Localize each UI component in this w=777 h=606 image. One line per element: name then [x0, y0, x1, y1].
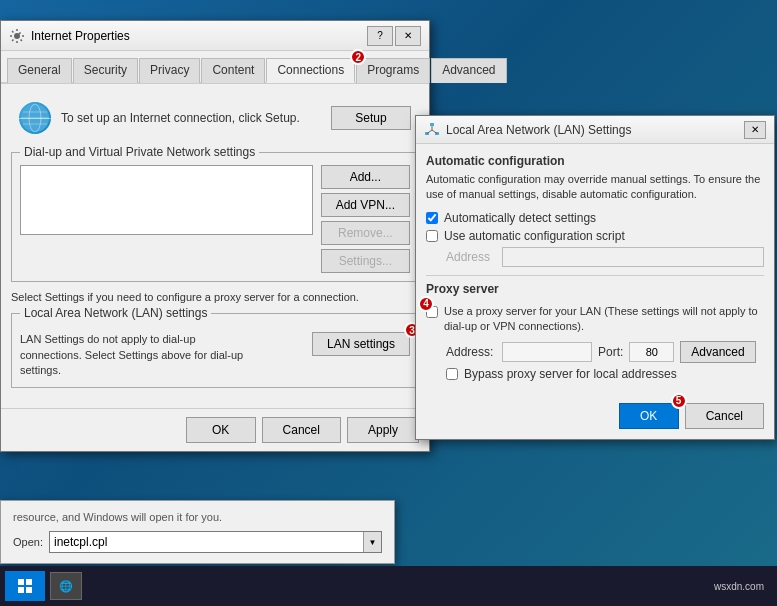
bypass-label: Bypass proxy server for local addresses [464, 367, 677, 381]
svg-rect-6 [430, 123, 434, 126]
svg-line-11 [432, 130, 437, 134]
port-label: Port: [598, 345, 623, 359]
advanced-button[interactable]: Advanced [680, 341, 755, 363]
vpn-buttons: Add... Add VPN... Remove... Settings... [321, 165, 410, 273]
run-dropdown-button[interactable]: ▼ [363, 532, 381, 552]
bypass-checkbox[interactable] [446, 368, 458, 380]
bypass-row: Bypass proxy server for local addresses [426, 367, 764, 381]
setup-section: To set up an Internet connection, click … [11, 94, 419, 142]
svg-line-10 [427, 130, 432, 134]
close-button[interactable]: ✕ [395, 26, 421, 46]
run-dialog: resource, and Windows will open it for y… [0, 500, 395, 564]
auto-script-checkbox[interactable] [426, 230, 438, 242]
lan-settings-dialog: Local Area Network (LAN) Settings ✕ Auto… [415, 115, 775, 440]
auto-detect-label: Automatically detect settings [444, 211, 596, 225]
tab-privacy[interactable]: Privacy [139, 58, 200, 83]
settings-button[interactable]: Settings... [321, 249, 410, 273]
inet-cancel-button[interactable]: Cancel [262, 417, 341, 443]
run-input-container: ▼ [49, 531, 382, 553]
lan-title: Local Area Network (LAN) Settings [424, 122, 631, 138]
tab-security[interactable]: Security [73, 58, 138, 83]
internet-properties-window: Internet Properties ? ✕ General Security… [0, 20, 430, 452]
tab-connections[interactable]: Connections 2 [266, 58, 355, 83]
svg-rect-15 [26, 587, 32, 593]
vpn-list[interactable] [20, 165, 313, 235]
run-resource-text: resource, and Windows will open it for y… [13, 511, 382, 523]
proxy-heading: Proxy server [426, 282, 499, 296]
address-input[interactable] [502, 247, 764, 267]
connection-icon [19, 102, 51, 134]
lan-titlebar: Local Area Network (LAN) Settings ✕ [416, 116, 774, 144]
inet-ok-button[interactable]: OK [186, 417, 256, 443]
lan-cancel-button[interactable]: Cancel [685, 403, 764, 429]
add-button[interactable]: Add... [321, 165, 410, 189]
lan-settings-button[interactable]: LAN settings [312, 332, 410, 356]
auto-detect-checkbox[interactable] [426, 212, 438, 224]
vpn-content: Add... Add VPN... Remove... Settings... [20, 165, 410, 273]
port-input[interactable]: 80 [629, 342, 674, 362]
lan-group: Local Area Network (LAN) settings LAN Se… [11, 313, 419, 387]
taskbar: 🌐 wsxdn.com [0, 566, 777, 606]
proxy-server-section: Proxy server [426, 282, 764, 300]
proxy-addr-row: Address: Port: 80 Advanced [426, 341, 764, 363]
lan-row: LAN Settings do not apply to dial-up con… [20, 332, 410, 378]
tab-content[interactable]: Content [201, 58, 265, 83]
inet-title-left: Internet Properties [9, 28, 130, 44]
proxy-addr-label: Address: [446, 345, 496, 359]
run-open-row: Open: ▼ [13, 531, 382, 553]
inet-bottom-buttons: OK Cancel Apply [1, 408, 429, 451]
address-row: Address [426, 247, 764, 267]
svg-rect-14 [18, 587, 24, 593]
gear-icon [9, 28, 25, 44]
tab-general[interactable]: General [7, 58, 72, 83]
run-input[interactable] [50, 532, 363, 552]
tab-advanced[interactable]: Advanced [431, 58, 506, 83]
inet-titlebar: Internet Properties ? ✕ [1, 21, 429, 51]
ok-btn-container: OK 5 [619, 403, 679, 429]
svg-point-0 [14, 33, 20, 39]
connections-content: To set up an Internet connection, click … [1, 84, 429, 408]
taskbar-item-browser[interactable]: 🌐 [50, 572, 82, 600]
remove-button[interactable]: Remove... [321, 221, 410, 245]
badge4-container: 4 [426, 306, 438, 321]
badge-5: 5 [671, 393, 687, 409]
svg-rect-13 [26, 579, 32, 585]
use-proxy-label: Use a proxy server for your LAN (These s… [444, 304, 764, 335]
lan-dialog-content: Automatic configuration Automatic config… [416, 144, 774, 395]
svg-point-1 [21, 104, 49, 132]
auto-config-desc: Automatic configuration may override man… [426, 172, 764, 203]
add-vpn-button[interactable]: Add VPN... [321, 193, 410, 217]
proxy-address-input[interactable] [502, 342, 592, 362]
vpn-group-title: Dial-up and Virtual Private Network sett… [20, 145, 259, 159]
lan-close-button[interactable]: ✕ [744, 121, 766, 139]
lan-btn-container: LAN settings 3 [312, 332, 410, 356]
badge-4: 4 [418, 296, 434, 312]
auto-detect-row: Automatically detect settings [426, 211, 764, 225]
inet-apply-button[interactable]: Apply [347, 417, 419, 443]
system-tray: wsxdn.com [706, 581, 772, 592]
lan-group-title: Local Area Network (LAN) settings [20, 306, 211, 320]
auto-script-row: Use automatic configuration script [426, 229, 764, 243]
tab-programs[interactable]: Programs [356, 58, 430, 83]
divider [426, 275, 764, 276]
window-controls: ? ✕ [367, 26, 421, 46]
inet-window-title: Internet Properties [31, 29, 130, 43]
lan-info-text: LAN Settings do not apply to dial-up con… [20, 332, 260, 378]
network-icon [424, 122, 440, 138]
lan-ok-button[interactable]: OK [619, 403, 679, 429]
desktop: Internet Properties ? ✕ General Security… [0, 0, 777, 606]
auto-config-heading: Automatic configuration [426, 154, 764, 168]
setup-button[interactable]: Setup [331, 106, 411, 130]
tray-time: wsxdn.com [714, 581, 764, 592]
use-proxy-row: 4 Use a proxy server for your LAN (These… [426, 304, 764, 335]
address-label: Address [446, 250, 496, 264]
tabs-bar: General Security Privacy Content Connect… [1, 51, 429, 84]
setup-text: To set up an Internet connection, click … [61, 111, 321, 125]
start-button[interactable] [5, 571, 45, 601]
windows-icon [17, 578, 33, 594]
run-open-label: Open: [13, 536, 43, 548]
lan-dialog-buttons: OK 5 Cancel [416, 395, 774, 439]
help-button[interactable]: ? [367, 26, 393, 46]
taskbar-items: 🌐 [45, 572, 706, 600]
proxy-info-text: Select Settings if you need to configure… [11, 290, 419, 305]
